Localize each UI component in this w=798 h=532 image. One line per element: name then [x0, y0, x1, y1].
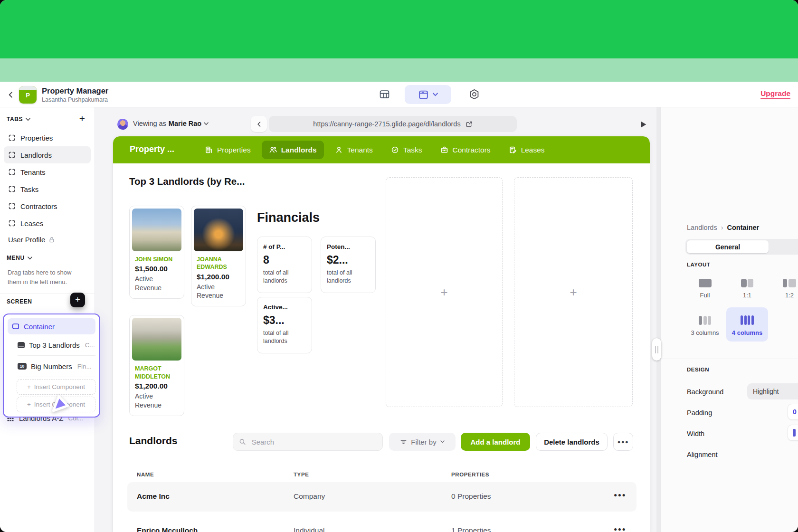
- viewer-avatar[interactable]: [117, 119, 128, 130]
- screen-bracket-icon: [8, 219, 16, 227]
- table-row[interactable]: Acme Inc Company 0 Properties ●●●: [127, 482, 636, 512]
- stat-card[interactable]: # of P... 8 total of all landlords: [257, 237, 312, 293]
- tabs-section-header[interactable]: TABS: [7, 116, 30, 123]
- app-tab-landlords[interactable]: Landlords: [262, 141, 324, 159]
- app-title: Property Manager: [42, 86, 108, 96]
- stat-card[interactable]: Poten... $2... total of all landlords: [321, 237, 376, 293]
- landlords-section-title: Landlords: [129, 435, 178, 446]
- menu-section-header[interactable]: MENU: [7, 255, 32, 261]
- app-tab-tenants[interactable]: Tenants: [328, 141, 380, 159]
- app-tab-properties[interactable]: Properties: [198, 141, 258, 159]
- url-bar[interactable]: https://canny-range-2715.glide.page/dl/l…: [269, 116, 517, 132]
- empty-column-placeholder[interactable]: +: [514, 177, 633, 407]
- sidebar-item-properties[interactable]: Properties: [4, 129, 91, 146]
- search-input[interactable]: [251, 437, 377, 446]
- chevron-down-icon: [28, 256, 32, 260]
- app-icon[interactable]: P: [19, 86, 37, 104]
- panel-resize-handle[interactable]: [652, 338, 661, 361]
- tree-item-top3-landlords[interactable]: Top 3 Landlords C...: [8, 334, 95, 355]
- sidebar-item-contractors[interactable]: Contractors: [4, 198, 91, 215]
- padding-input[interactable]: 0: [788, 404, 798, 420]
- app-header: P Property Manager Lasantha Pushpakumara…: [0, 82, 798, 107]
- external-link-icon: [466, 121, 473, 128]
- back-button[interactable]: [4, 88, 17, 101]
- app-tab-tasks[interactable]: Tasks: [384, 141, 429, 159]
- width-input[interactable]: [788, 425, 798, 441]
- design-label-padding: Padding: [687, 409, 712, 417]
- layout-option-full[interactable]: Full: [684, 276, 726, 299]
- tab-general[interactable]: General: [687, 240, 769, 253]
- upgrade-link[interactable]: Upgrade: [760, 89, 790, 98]
- layout-option-3-columns[interactable]: 3 columns: [684, 314, 726, 336]
- app-tab-leases[interactable]: Leases: [502, 141, 552, 159]
- settings-button[interactable]: [468, 88, 480, 100]
- sidebar-item-label: Tenants: [20, 168, 46, 176]
- app-tab-label: Tasks: [403, 146, 422, 154]
- layout-option-1-1[interactable]: 1:1: [726, 276, 768, 299]
- sub-banner: [0, 58, 798, 82]
- preview-back-button[interactable]: [251, 116, 267, 132]
- app-tab-contractors[interactable]: Contractors: [433, 141, 498, 159]
- landlord-amount: $1,200.00: [194, 273, 243, 281]
- landlord-photo: [132, 209, 181, 251]
- user-profile-label: User Profile: [8, 236, 45, 244]
- landlord-card[interactable]: JOANNA EDWARDS $1,200.00 Active Revenue: [191, 206, 246, 306]
- layout-3-columns-icon: [684, 314, 726, 325]
- row-actions-button[interactable]: ●●●: [614, 526, 626, 532]
- landlord-card[interactable]: MARGOT MIDDLETON $1,200.00 Active Revenu…: [129, 315, 184, 416]
- filter-by-button[interactable]: Filter by: [389, 433, 456, 451]
- landlord-card[interactable]: JOHN SIMON $1,500.00 Active Revenue: [129, 206, 184, 299]
- screen-bracket-icon: [8, 185, 16, 193]
- background-select[interactable]: Highlight: [747, 383, 798, 399]
- app-subtitle: Lasantha Pushpakumara: [42, 96, 108, 104]
- app-brand[interactable]: Property ...: [130, 144, 174, 154]
- screen-section-header: SCREEN: [7, 298, 32, 305]
- data-grid-view-button[interactable]: [379, 89, 390, 100]
- delete-landlords-button[interactable]: Delete landlords: [536, 433, 608, 451]
- background-value: Highlight: [753, 388, 779, 395]
- inspector-tab-bar: General: [685, 239, 798, 255]
- add-component-button[interactable]: +: [70, 293, 85, 307]
- breadcrumb-separator: ›: [721, 224, 723, 231]
- landlord-name: JOANNA EDWARDS: [194, 256, 243, 271]
- sidebar-item-tenants[interactable]: Tenants: [4, 163, 91, 180]
- more-actions-button[interactable]: ●●●: [613, 433, 633, 451]
- search-input-wrap[interactable]: [233, 433, 383, 451]
- viewing-as-selector[interactable]: Viewing as Marie Rao: [133, 120, 209, 127]
- sidebar-item-leases[interactable]: Leases: [4, 215, 91, 232]
- tree-item-container[interactable]: Container: [8, 318, 95, 334]
- plus-icon: +: [570, 285, 577, 300]
- breadcrumb: Landlords › Container: [687, 224, 759, 231]
- landlord-photo: [132, 318, 181, 361]
- play-button[interactable]: [639, 120, 647, 129]
- layout-option-label: 3 columns: [684, 329, 726, 336]
- table-row[interactable]: Enrico Mcculloch Individual 1 Properties…: [127, 516, 636, 532]
- landlord-amount: $1,500.00: [132, 265, 181, 273]
- sidebar-item-tasks[interactable]: Tasks: [4, 180, 91, 198]
- stat-card[interactable]: Active... $3... total of all landlords: [257, 297, 312, 353]
- landlord-name: JOHN SIMON: [132, 256, 181, 263]
- tabs-section-label: TABS: [7, 116, 23, 123]
- layout-option-1-2[interactable]: 1:2: [769, 276, 798, 299]
- cell-properties: 1 Properties: [451, 526, 491, 532]
- breadcrumb-landlords[interactable]: Landlords: [687, 224, 717, 231]
- layout-view-button[interactable]: [405, 85, 451, 104]
- top3-landlords-title: Top 3 Landlords (by Re...: [129, 176, 245, 187]
- panel-gutter: [656, 107, 660, 532]
- design-label-alignment: Alignment: [687, 451, 717, 458]
- screen-section-label: SCREEN: [7, 298, 32, 305]
- empty-column-placeholder[interactable]: +: [386, 177, 503, 407]
- layout-option-4-columns[interactable]: 4 columns: [726, 307, 768, 342]
- financials-grid: # of P... 8 total of all landlords Poten…: [257, 237, 377, 353]
- settings-icon: [468, 88, 480, 100]
- chevron-left-icon: [7, 91, 14, 98]
- check-circle-icon: [391, 146, 399, 154]
- tree-item-suffix: Fin...: [77, 363, 92, 370]
- row-actions-button[interactable]: ●●●: [614, 492, 626, 498]
- sidebar-item-user-profile[interactable]: User Profile: [8, 236, 55, 244]
- sidebar-item-landlords[interactable]: Landlords: [4, 146, 91, 163]
- tree-item-big-numbers[interactable]: 10 Big Numbers Fin...: [8, 356, 95, 377]
- add-tab-button[interactable]: +: [76, 113, 88, 124]
- add-landlord-button[interactable]: Add a landlord: [461, 433, 530, 451]
- layout-full-icon: [684, 276, 726, 287]
